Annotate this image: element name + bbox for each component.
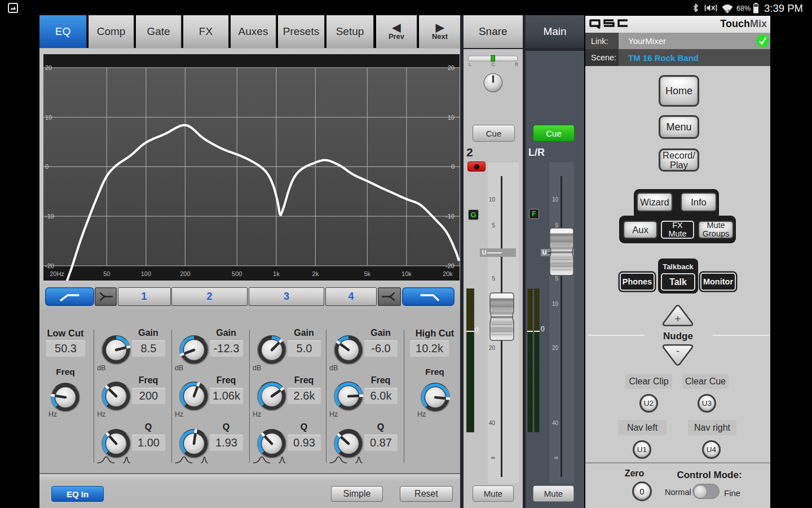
svg-text:5k: 5k: [364, 270, 370, 277]
svg-text:20: 20: [448, 64, 454, 71]
svg-text:2k: 2k: [312, 270, 319, 277]
svg-text:-10: -10: [445, 213, 454, 220]
svg-text:20k: 20k: [443, 270, 453, 277]
svg-text:-: -: [676, 345, 679, 357]
svg-text:-20: -20: [445, 262, 454, 269]
svg-text:68%: 68%: [736, 5, 751, 12]
svg-text:+: +: [674, 313, 681, 325]
svg-text:10k: 10k: [401, 270, 412, 277]
svg-text:-20: -20: [45, 262, 54, 269]
svg-text:200: 200: [180, 270, 190, 277]
svg-text:20Hz: 20Hz: [50, 270, 64, 277]
svg-text:C: C: [492, 62, 495, 67]
svg-text:10: 10: [45, 114, 52, 121]
svg-text:50: 50: [103, 270, 110, 277]
svg-text:0: 0: [451, 163, 454, 170]
svg-text:L: L: [469, 62, 471, 67]
svg-text:100: 100: [141, 270, 151, 277]
svg-text:0: 0: [45, 163, 48, 170]
svg-text:500: 500: [232, 270, 242, 277]
svg-text:-10: -10: [45, 213, 54, 220]
svg-text:R: R: [515, 62, 518, 67]
svg-text:10: 10: [448, 114, 454, 121]
svg-text:3:39 PM: 3:39 PM: [764, 2, 803, 14]
svg-text:1k: 1k: [273, 270, 280, 277]
svg-text:20: 20: [45, 64, 52, 71]
